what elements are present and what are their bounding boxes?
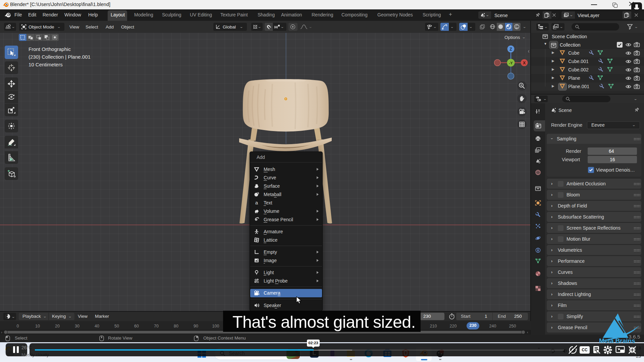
svg-text:-Y: -Y	[509, 61, 513, 65]
svg-text:X: X	[523, 61, 526, 65]
svg-text:3.6.5: 3.6.5	[629, 334, 640, 340]
svg-text:Z: Z	[509, 47, 512, 52]
svg-text:a: a	[255, 200, 258, 205]
